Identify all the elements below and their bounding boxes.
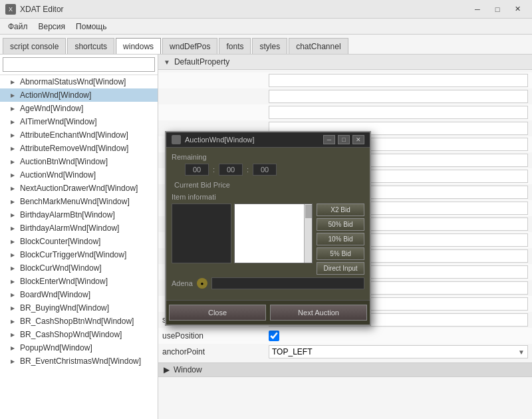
tree-item-abnormalstatuswnd[interactable]: ▶ AbnormalStatusWnd[Window]	[0, 75, 158, 88]
tree-item-aitimerwnd[interactable]: ▶ AITimerWnd[Window]	[0, 115, 158, 128]
tree-arrow: ▶	[11, 159, 17, 165]
left-panel: ▶ AbnormalStatusWnd[Window] ▶ ActionWnd[…	[0, 55, 158, 419]
tab-windows[interactable]: windows	[116, 38, 161, 54]
tab-script-console[interactable]: script console	[3, 38, 66, 54]
tree-arrow: ▶	[11, 106, 17, 112]
tree-item-birthdayalarmwnd[interactable]: ▶ BirthdayAlarmWnd[Window]	[0, 221, 158, 235]
menu-version[interactable]: Версия	[33, 21, 71, 33]
bid-x2-button[interactable]: X2 Bid	[317, 204, 364, 216]
prop-label-anchorpoint: anchorPoint	[162, 347, 269, 356]
tree-item-auctionwnd[interactable]: ▶ AuctionWnd[Window]	[0, 168, 158, 182]
preview-time-minutes: 00	[219, 164, 243, 176]
tabs-bar: script console shortcuts windows wndDefP…	[0, 35, 532, 55]
prop-value-3[interactable]	[269, 106, 528, 119]
tree-arrow: ▶	[11, 239, 17, 245]
menu-bar: Файл Версия Помощь	[0, 19, 532, 35]
preview-bid-buttons: X2 Bid 50% Bid 10% Bid 5% Bid Direct Inp…	[317, 204, 364, 275]
bid-5-button[interactable]: 5% Bid	[317, 247, 364, 260]
tree-arrow: ▶	[11, 345, 17, 351]
preview-item-thumbnail	[172, 204, 231, 263]
preview-content: Remaining 00 : 00 : 00 Current Bid Price…	[166, 148, 370, 300]
tree-list: ▶ AbnormalStatusWnd[Window] ▶ ActionWnd[…	[0, 75, 158, 419]
preview-item-area: X2 Bid 50% Bid 10% Bid 5% Bid Direct Inp…	[172, 204, 364, 275]
prop-value-1[interactable]	[269, 74, 528, 87]
tab-fonts[interactable]: fonts	[219, 38, 251, 54]
menu-help[interactable]: Помощь	[70, 21, 112, 33]
preview-scrollthumb	[305, 205, 312, 218]
tree-item-breventchristmaswnd[interactable]: ▶ BR_EventChristmasWnd[Window]	[0, 354, 158, 368]
prop-checkbox-useposition[interactable]	[269, 331, 279, 341]
tree-item-brbuyingwnd[interactable]: ▶ BR_BuyingWnd[Window]	[0, 301, 158, 315]
menu-file[interactable]: Файл	[3, 21, 33, 33]
tree-arrow: ▶	[11, 358, 17, 364]
bid-50-button[interactable]: 50% Bid	[317, 218, 364, 231]
window-title: XDAT Editor	[20, 5, 64, 14]
tree-item-benchmarkmenuwnd[interactable]: ▶ BenchMarkMenuWnd[Window]	[0, 195, 158, 208]
tree-item-popupwnd[interactable]: ▶ PopupWnd[Window]	[0, 341, 158, 354]
close-button[interactable]: ✕	[508, 3, 527, 16]
preview-time-hours: 00	[185, 164, 209, 176]
maximize-button[interactable]: □	[488, 3, 507, 16]
preview-window-title: AuctionWnd[Window]	[185, 136, 255, 144]
search-input[interactable]	[3, 57, 155, 72]
tree-arrow: ▶	[11, 199, 17, 205]
preview-close-button[interactable]: ✕	[352, 135, 364, 144]
prop-row-anchorpoint: anchorPoint TOP_LEFT ▼	[158, 344, 532, 360]
prop-section-header[interactable]: ▼ DefaultProperty	[158, 55, 532, 70]
preview-window-icon	[172, 135, 181, 144]
tree-arrow: ▶	[11, 186, 17, 192]
window-section-arrow-icon: ▶	[164, 365, 170, 374]
minimize-button[interactable]: ─	[468, 3, 487, 16]
tree-item-blockcurtriggerwnd[interactable]: ▶ BlockCurTriggerWnd[Window]	[0, 248, 158, 261]
tree-item-blockcounter[interactable]: ▶ BlockCounter[Window]	[0, 235, 158, 248]
tree-arrow: ▶	[11, 172, 17, 178]
close-button[interactable]: Close	[169, 305, 266, 321]
direct-input-button[interactable]: Direct Input	[317, 262, 364, 275]
preview-item-boxes	[172, 204, 313, 275]
tree-item-brcashshopwnd[interactable]: ▶ BR_CashShopWnd[Window]	[0, 328, 158, 341]
tree-item-birthdayalarmbtn[interactable]: ▶ BirthdayAlarmBtn[Window]	[0, 208, 158, 221]
tree-item-nextauctiondrawerwnd[interactable]: ▶ NextAuctionDrawerWnd[Window]	[0, 182, 158, 195]
title-bar-buttons: ─ □ ✕	[468, 3, 527, 16]
title-bar: X XDAT Editor ─ □ ✕	[0, 0, 532, 19]
preview-adena-row: Adena ●	[172, 277, 364, 289]
tab-shortcuts[interactable]: shortcuts	[67, 38, 114, 54]
tab-wnddefpos[interactable]: wndDefPos	[162, 38, 217, 54]
preview-window: AuctionWnd[Window] ─ □ ✕ Remaining 00 : …	[165, 131, 371, 326]
tree-item-attributeremovewnd[interactable]: ▶ AttributeRemoveWnd[Window]	[0, 142, 158, 155]
tree-arrow: ▶	[11, 132, 17, 138]
preview-time-row: 00 : 00 : 00	[172, 164, 364, 176]
tree-item-agewnd[interactable]: ▶ AgeWnd[Window]	[0, 102, 158, 115]
tree-item-actionwnd[interactable]: ▶ ActionWnd[Window]	[0, 88, 158, 102]
tree-item-auctionbtnwnd[interactable]: ▶ AuctionBtnWnd[Window]	[0, 155, 158, 168]
tree-item-brcashshopbtnwnd[interactable]: ▶ BR_CashShopBtnWnd[Window]	[0, 315, 158, 328]
prop-row-empty-1	[158, 72, 532, 88]
preview-adena-input[interactable]	[211, 277, 364, 289]
tree-arrow: ▶	[11, 146, 17, 152]
preview-item-section: Item informati	[172, 193, 364, 201]
content-wrapper: ▶ AbnormalStatusWnd[Window] ▶ ActionWnd[…	[0, 55, 532, 419]
preview-scrollbar[interactable]	[304, 204, 312, 263]
tree-item-boardwnd[interactable]: ▶ BoardWnd[Window]	[0, 288, 158, 301]
tree-item-blockenterwnd[interactable]: ▶ BlockEnterWnd[Window]	[0, 275, 158, 288]
prop-dropdown-anchorpoint[interactable]: TOP_LEFT ▼	[269, 345, 528, 358]
prop-value-2[interactable]	[269, 90, 528, 103]
tab-chatchannel[interactable]: chatChannel	[289, 38, 348, 54]
tree-arrow: ▶	[11, 79, 17, 85]
tree-arrow: ▶	[11, 119, 17, 125]
prop-row-empty-2	[158, 88, 532, 104]
tree-arrow: ▶	[11, 252, 17, 258]
window-section-title: Window	[174, 365, 202, 374]
search-box	[0, 55, 158, 75]
tree-item-blockcurwnd[interactable]: ▶ BlockCurWnd[Window]	[0, 261, 158, 275]
next-auction-button[interactable]: Next Auction	[270, 305, 367, 321]
preview-minimize-button[interactable]: ─	[323, 135, 335, 144]
preview-time-seconds: 00	[253, 164, 277, 176]
tab-styles[interactable]: styles	[252, 38, 287, 54]
window-section-header[interactable]: ▶ Window	[158, 362, 532, 377]
adena-icon: ●	[197, 278, 207, 289]
preview-footer: Close Next Auction	[166, 300, 370, 325]
preview-maximize-button[interactable]: □	[338, 135, 350, 144]
tree-item-attributeenchantwnd[interactable]: ▶ AttributeEnchantWnd[Window]	[0, 128, 158, 142]
bid-10-button[interactable]: 10% Bid	[317, 233, 364, 245]
